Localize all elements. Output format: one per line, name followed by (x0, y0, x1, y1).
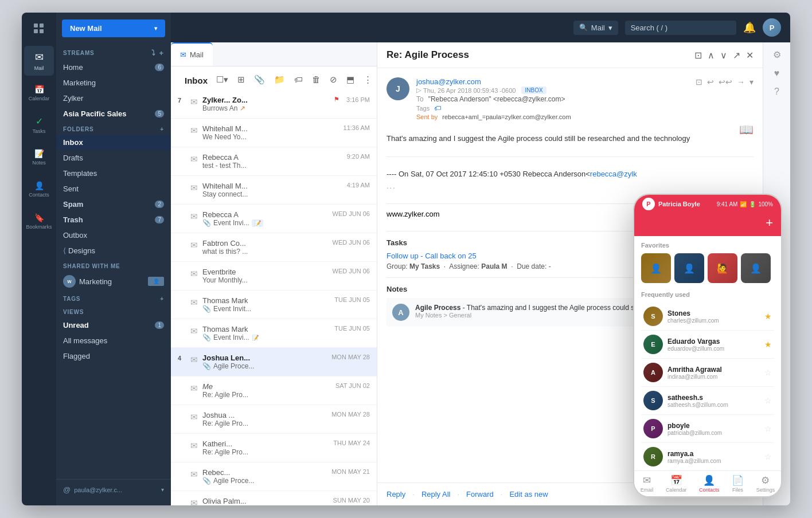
fav-item[interactable]: 🙋 (708, 253, 737, 283)
sidebar-item-drafts[interactable]: Drafts (56, 150, 171, 166)
sidebar-shared-marketing[interactable]: w Marketing 👤 (56, 272, 171, 291)
user-avatar[interactable]: P (763, 18, 781, 37)
phone-nav-settings[interactable]: ⚙ Settings (756, 474, 775, 493)
mail-item[interactable]: ✉ Whitehall M... 4:19 AM Stay connect... (171, 176, 377, 205)
phone-nav-files[interactable]: 📄 Files (732, 474, 744, 493)
notification-icon[interactable]: 🔔 (743, 21, 756, 34)
nav-icon-notes[interactable]: 📝 Notes (24, 142, 54, 172)
sidebar-item-spam[interactable]: Spam 2 (56, 197, 171, 212)
mail-item[interactable]: ✉ Joshua ... MON MAY 28 Re: Agile Pro... (171, 405, 377, 434)
star-icon[interactable]: ☆ (764, 452, 772, 461)
sidebar-item-trash[interactable]: Trash 7 (56, 212, 171, 227)
phone-contact-item[interactable]: S satheesh.s satheesh.s@zillum.com ☆ (641, 387, 774, 415)
search-input-area[interactable]: Search ( / ) (625, 21, 736, 35)
phone-contact-item[interactable]: E Eduardo Vargas eduardov@zillum.com ★ (641, 331, 774, 359)
mail-item[interactable]: ✉ Olivia Palm... SUN MAY 20 Hi Rebecca .… (171, 491, 377, 505)
mail-item-selected[interactable]: 4 ✉ Joshua Len... MON MAY 28 📎 Agile Pro… (171, 348, 377, 376)
more-icon[interactable]: ⋮ (362, 73, 374, 87)
mail-item[interactable]: ✉ Me SAT JUN 02 Re: Agile Pro... (171, 376, 377, 405)
mail-item[interactable]: ✉ Eventbrite WED JUN 06 Your Monthly... (171, 262, 377, 291)
reply-icon[interactable]: ↩ (707, 77, 714, 87)
print-icon[interactable]: ⊡ (696, 77, 702, 87)
fav-item[interactable]: 👤 (641, 253, 671, 283)
checkbox-icon[interactable]: ☐▾ (214, 73, 230, 87)
forward-icon[interactable]: → (737, 77, 745, 87)
fav-item[interactable]: 👤 (674, 253, 704, 283)
archive-icon[interactable]: ⬒ (345, 73, 356, 87)
sidebar-item-zylker[interactable]: Zylker (56, 91, 171, 106)
close-icon[interactable]: ✕ (746, 50, 754, 61)
nav-icon-tasks[interactable]: ✓ Tasks (24, 110, 54, 140)
phone-add-icon[interactable]: + (766, 215, 773, 230)
star-icon[interactable]: ☆ (764, 424, 772, 433)
attach-filter-icon[interactable]: 📎 (252, 73, 267, 87)
mail-item[interactable]: ✉ Rebecca A 9:20 AM test - test Th... (171, 147, 377, 176)
filter-icon[interactable]: ⊞ (236, 73, 247, 87)
nav-icon-calendar[interactable]: 📅 Calendar (24, 78, 54, 108)
sidebar-item-marketing[interactable]: Marketing (56, 75, 171, 91)
forward-button[interactable]: Forward (466, 490, 494, 499)
nav-icon-bookmarks[interactable]: 🔖 Bookmarks (24, 206, 54, 236)
mail-item[interactable]: ✉ Rebecca A WED JUN 06 📎 Event Invi... 📝 (171, 205, 377, 233)
streams-compose-icon[interactable]: ⤵ (151, 49, 156, 57)
user-account[interactable]: @ paula@zylker.c... ▾ (56, 479, 171, 500)
sidebar-item-asia-pacific[interactable]: Asia Pacific Sales 5 (56, 106, 171, 121)
delete-icon[interactable]: 🗑 (310, 73, 322, 86)
envelope-icon: ✉ (190, 211, 198, 222)
grid-icon[interactable] (29, 18, 49, 39)
star-icon[interactable]: ★ (764, 340, 772, 349)
mail-item[interactable]: ✉ Rebec... MON MAY 21 📎 Agile Proce... (171, 462, 377, 491)
search-scope-selector[interactable]: 🔍 Mail ▾ (573, 21, 618, 35)
help-icon[interactable]: ? (774, 87, 779, 97)
reply-all-button[interactable]: Reply All (421, 490, 451, 499)
mail-item[interactable]: ✉ Thomas Mark TUE JUN 05 📎 Event Invit..… (171, 291, 377, 319)
prev-icon[interactable]: ∧ (708, 50, 715, 61)
phone-nav-email[interactable]: ✉ Email (641, 474, 654, 493)
phone-nav-contacts[interactable]: 👤 Contacts (699, 474, 720, 493)
phone-nav-calendar[interactable]: 📅 Calendar (666, 474, 687, 493)
mail-tab[interactable]: ✉ Mail (171, 42, 213, 66)
star-icon[interactable]: ☆ (764, 396, 772, 405)
sidebar-item-designs[interactable]: ⟨ Designs (56, 243, 171, 258)
settings-icon[interactable]: ⚙ (773, 49, 781, 60)
website-link[interactable]: www.zylker.com (387, 210, 439, 218)
open-new-icon[interactable]: ↗ (733, 50, 740, 61)
more-actions-icon[interactable]: ▾ (749, 77, 754, 87)
folders-add-icon[interactable]: + (160, 126, 164, 132)
tags-add-icon[interactable]: + (160, 296, 164, 302)
phone-contact-item[interactable]: A Amritha Agrawal indiraa@zillum.com ☆ (641, 359, 774, 387)
reply-button[interactable]: Reply (387, 490, 405, 499)
sidebar-item-templates[interactable]: Templates (56, 166, 171, 181)
mail-item[interactable]: ✉ Thomas Mark TUE JUN 05 📎 Event Invi...… (171, 319, 377, 348)
sidebar-item-inbox[interactable]: Inbox (56, 135, 171, 150)
mail-item[interactable]: 7 ✉ Zylker... Zo... ⚑ 3:16 PM Burrows An… (171, 90, 377, 119)
sidebar-item-unread[interactable]: Unread 1 (56, 317, 171, 333)
mail-item[interactable]: ✉ Whitehall M... 11:36 AM We Need Yo... (171, 119, 377, 147)
folder-icon[interactable]: 📁 (272, 73, 287, 87)
nav-icon-contacts[interactable]: 👤 Contacts (24, 174, 54, 204)
phone-contact-item[interactable]: P pboyle patriciab@zillum.com ☆ (641, 415, 774, 443)
phone-contact-item[interactable]: S Stones charles@zillum.com ★ (641, 303, 774, 331)
fav-item[interactable]: 👤 (741, 253, 771, 283)
star-icon[interactable]: ☆ (764, 368, 772, 377)
new-mail-button[interactable]: New Mail ▾ (62, 19, 165, 37)
mail-item[interactable]: ✉ Fabtron Co... WED JUN 06 what is this?… (171, 233, 377, 262)
mail-item[interactable]: ✉ Katheri... THU MAY 24 Re: Agile Pro... (171, 434, 377, 462)
sidebar-item-flagged[interactable]: Flagged (56, 348, 171, 364)
expand-icon[interactable]: ⊡ (694, 50, 702, 61)
tag-add-icon[interactable]: 🏷 (434, 104, 441, 112)
sidebar-item-sent[interactable]: Sent (56, 181, 171, 197)
sidebar-item-outbox[interactable]: Outbox (56, 227, 171, 243)
nav-icon-mail[interactable]: ✉ Mail (24, 46, 54, 76)
sidebar-item-all-messages[interactable]: All messages (56, 333, 171, 348)
sidebar-item-home[interactable]: Home 6 (56, 60, 171, 75)
streams-add-icon[interactable]: + (159, 49, 164, 57)
star-icon[interactable]: ★ (764, 312, 772, 321)
reply-all-icon[interactable]: ↩↩ (719, 77, 732, 87)
next-icon[interactable]: ∨ (720, 50, 727, 61)
tag-icon[interactable]: 🏷 (292, 73, 304, 86)
mark-icon[interactable]: ⊘ (328, 73, 339, 87)
edit-as-new-button[interactable]: Edit as new (509, 490, 548, 499)
phone-contact-item[interactable]: R ramya.a ramya.a@zillum.com ☆ (641, 443, 774, 471)
bookmark-icon[interactable]: ♥ (774, 68, 780, 79)
